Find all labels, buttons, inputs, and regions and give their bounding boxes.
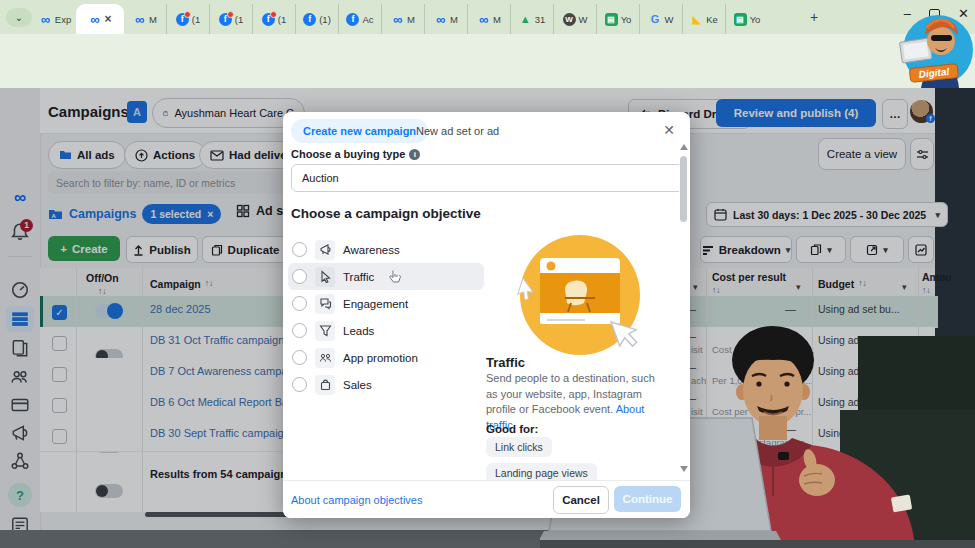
objective-sales[interactable]: Sales [288, 371, 484, 398]
browser-tab[interactable]: Yo [725, 4, 768, 34]
tab-label: M [493, 14, 501, 25]
hand-cursor-icon [388, 269, 402, 285]
cancel-button[interactable]: Cancel [553, 486, 609, 514]
modal-tab-new-adset[interactable]: New ad set or ad [416, 125, 499, 137]
tab-label: W [579, 14, 588, 25]
sheets-favicon [605, 13, 618, 26]
screen: ⌄ Exp × M (1 (1 (1 (1) Ac M M M 31 W Yo … [0, 0, 975, 548]
google-favicon [649, 13, 662, 26]
people-icon [315, 348, 335, 368]
radio-icon[interactable] [292, 242, 307, 257]
tab-label: (1 [235, 14, 243, 25]
chat-bubbles-icon [315, 294, 335, 314]
drive-favicon [519, 13, 532, 26]
browser-tab-active[interactable]: × [76, 4, 124, 34]
meta-favicon [477, 13, 490, 26]
browser-tab[interactable]: Ke [682, 4, 725, 34]
channel-mascot: Digital [893, 4, 975, 94]
radio-icon[interactable] [292, 350, 307, 365]
objective-label: Leads [343, 325, 374, 337]
browser-tab[interactable]: Ac [338, 4, 381, 34]
meta-favicon [391, 13, 404, 26]
meta-favicon [133, 13, 146, 26]
radio-icon[interactable] [292, 296, 307, 311]
browser-toolbar: ← → ↻ adsmanager.facebook.com/adsmanager… [0, 34, 975, 64]
tab-label: M [149, 14, 157, 25]
continue-button[interactable]: Continue [614, 486, 681, 512]
new-tab-button[interactable]: + [805, 8, 823, 26]
objective-engagement[interactable]: Engagement [288, 290, 484, 317]
facebook-favicon [346, 13, 359, 26]
tab-label: Exp [55, 14, 71, 25]
cursor-icon [315, 267, 335, 287]
objective-label: App promotion [343, 352, 418, 364]
buying-type-select[interactable]: Auction [291, 164, 679, 192]
scroll-down-arrow[interactable] [680, 466, 688, 472]
meta-favicon [39, 13, 52, 26]
facebook-favicon [303, 13, 316, 26]
shopping-bag-icon [315, 375, 335, 395]
tab-label: Ke [706, 14, 718, 25]
google-ads-favicon [690, 13, 703, 26]
tab-label: W [665, 14, 674, 25]
browser-tab[interactable]: 31 [510, 4, 553, 34]
wordpress-favicon [563, 13, 576, 26]
tab-label: (1 [278, 14, 286, 25]
browser-tab[interactable]: Exp [34, 4, 76, 34]
scroll-up-arrow[interactable] [680, 144, 688, 150]
objective-traffic[interactable]: Traffic [288, 263, 484, 290]
browser-tab[interactable]: M [467, 4, 510, 34]
tab-label: M [450, 14, 458, 25]
about-objectives-link[interactable]: About campaign objectives [291, 494, 422, 506]
browser-tab[interactable]: (1 [209, 4, 252, 34]
objective-leads[interactable]: Leads [288, 317, 484, 344]
buying-type-label: Choose a buying type [291, 148, 420, 160]
modal-body: Choose a buying type Auction Choose a ca… [283, 140, 679, 480]
objective-detail-title: Traffic [486, 355, 525, 370]
objective-label: Engagement [343, 298, 408, 310]
sheets-favicon [734, 13, 747, 26]
facebook-favicon [176, 13, 189, 26]
tab-label: 31 [535, 14, 546, 25]
browser-tab[interactable]: M [424, 4, 467, 34]
tab-label: (1 [192, 14, 200, 25]
browser-tab[interactable]: W [639, 4, 682, 34]
radio-icon[interactable] [292, 269, 307, 284]
bookmarks-bar: All Bookmarks [0, 64, 975, 88]
modal-close-icon[interactable] [661, 122, 677, 138]
objective-awareness[interactable]: Awareness [288, 236, 484, 263]
facebook-favicon [262, 13, 275, 26]
browser-tab[interactable]: W [553, 4, 596, 34]
browser-tab[interactable]: (1) [295, 4, 338, 34]
objective-app-promotion[interactable]: App promotion [288, 344, 484, 371]
tab-close-icon[interactable]: × [104, 12, 111, 26]
tab-search-button[interactable]: ⌄ [6, 8, 32, 27]
tab-label: Yo [750, 14, 761, 25]
meta-favicon [88, 13, 101, 26]
good-for-label: Good for: [486, 423, 538, 435]
modal-scrollbar[interactable] [680, 156, 687, 222]
objective-label: Awareness [343, 244, 400, 256]
tab-label: Yo [621, 14, 632, 25]
desk-edge [540, 540, 975, 548]
browser-tab[interactable]: M [124, 4, 166, 34]
tab-label: M [407, 14, 415, 25]
browser-tab[interactable]: Yo [596, 4, 639, 34]
buying-type-info-icon[interactable] [409, 149, 420, 160]
browser-tab[interactable]: (1 [252, 4, 295, 34]
good-for-pill: Link clicks [486, 437, 552, 457]
buying-type-value: Auction [302, 172, 339, 184]
objective-label: Sales [343, 379, 372, 391]
facebook-favicon [219, 13, 232, 26]
tab-label: (1) [319, 14, 331, 25]
objective-heading: Choose a campaign objective [291, 206, 481, 221]
radio-icon[interactable] [292, 377, 307, 392]
tab-label: Ac [362, 14, 373, 25]
meta-favicon [434, 13, 447, 26]
browser-tab-strip: ⌄ Exp × M (1 (1 (1 (1) Ac M M M 31 W Yo … [0, 0, 975, 34]
objective-label: Traffic [343, 271, 374, 283]
traffic-illustration [515, 230, 645, 360]
browser-tab[interactable]: (1 [166, 4, 209, 34]
browser-tab[interactable]: M [381, 4, 424, 34]
radio-icon[interactable] [292, 323, 307, 338]
